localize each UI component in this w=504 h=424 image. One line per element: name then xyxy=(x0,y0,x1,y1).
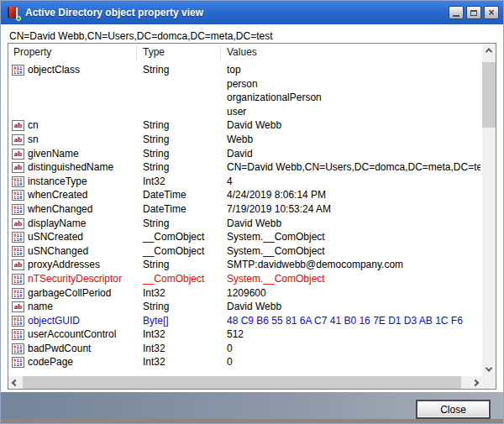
property-name: displayName xyxy=(28,217,86,231)
property-values: 1209600 xyxy=(227,286,480,301)
property-values: System.__ComObject xyxy=(227,244,480,259)
property-name: distinguishedName xyxy=(28,160,113,175)
horizontal-scrollbar-thumb[interactable] xyxy=(23,376,461,389)
string-attribute-icon: ab xyxy=(12,162,24,173)
vertical-scrollbar[interactable] xyxy=(482,44,496,376)
property-values: David Webb xyxy=(227,217,480,231)
chevron-up-icon xyxy=(486,48,492,55)
value-line: Webb xyxy=(227,133,480,147)
value-line: 0 xyxy=(227,355,480,369)
scroll-down-button[interactable] xyxy=(482,363,496,376)
property-name: objectGUID xyxy=(28,314,80,328)
table-row[interactable]: 011110 badPwdCount Int32 0 xyxy=(8,342,482,356)
property-name: cn xyxy=(28,118,39,133)
titlebar[interactable]: Active Directory object property view × xyxy=(1,1,503,24)
value-line: System.__ComObject xyxy=(227,244,480,259)
table-row[interactable]: 011110 uSNCreated __ComObject System.__C… xyxy=(8,230,482,244)
table-row[interactable]: ab distinguishedName String CN=David Web… xyxy=(8,160,482,175)
close-window-button[interactable]: × xyxy=(484,6,499,19)
value-line: 1209600 xyxy=(227,286,480,301)
property-values: 48 C9 B6 55 81 6A C7 41 B0 16 7E D1 D3 A… xyxy=(227,314,480,328)
value-line: David Webb xyxy=(227,118,480,133)
horizontal-scrollbar[interactable] xyxy=(8,376,482,389)
binary-attribute-icon: 011110 xyxy=(12,274,24,285)
binary-attribute-icon: 011110 xyxy=(12,204,24,215)
property-values: 0 xyxy=(227,355,480,369)
binary-attribute-icon: 011110 xyxy=(12,329,24,340)
table-row[interactable]: 011110 whenCreated DateTime 4/24/2019 8:… xyxy=(8,188,482,202)
table-row[interactable]: ab cn String David Webb xyxy=(8,118,482,133)
table-row[interactable]: ab displayName String David Webb xyxy=(8,217,482,231)
value-line: 48 C9 B6 55 81 6A C7 41 B0 16 7E D1 D3 A… xyxy=(227,314,480,328)
binary-attribute-icon: 011110 xyxy=(12,357,24,368)
table-row[interactable]: 011110 codePage Int32 0 xyxy=(8,355,482,369)
binary-attribute-icon: 011110 xyxy=(12,246,24,257)
value-line: David Webb xyxy=(227,217,480,231)
property-name: whenChanged xyxy=(28,202,92,217)
table-row[interactable]: 011110 instanceType Int32 4 xyxy=(8,175,482,189)
property-values: System.__ComObject xyxy=(227,230,480,244)
table-row[interactable]: 011110 objectGUID Byte[] 48 C9 B6 55 81 … xyxy=(8,314,482,328)
table-row[interactable]: 011110 whenChanged DateTime 7/19/2019 10… xyxy=(8,202,482,217)
table-row[interactable]: 011110 nTSecurityDescriptor __ComObject … xyxy=(8,272,482,286)
scroll-up-button[interactable] xyxy=(482,44,496,57)
property-name: badPwdCount xyxy=(28,342,91,356)
binary-attribute-icon: 011110 xyxy=(12,343,24,354)
column-header-property[interactable]: Property xyxy=(13,46,51,58)
binary-attribute-icon: 011110 xyxy=(12,176,24,187)
maximize-button[interactable] xyxy=(466,6,481,19)
table-row[interactable]: 011110 userAccountControl Int32 512 xyxy=(8,327,482,342)
column-divider[interactable] xyxy=(220,45,221,60)
active-directory-property-view-window: Active Directory object property view × … xyxy=(0,0,504,424)
table-row[interactable]: 011110 uSNChanged __ComObject System.__C… xyxy=(8,244,482,259)
column-header-values[interactable]: Values xyxy=(227,46,257,58)
property-values: System.__ComObject xyxy=(227,272,480,286)
column-header-type[interactable]: Type xyxy=(143,46,165,58)
property-type: __ComObject xyxy=(143,272,204,286)
binary-attribute-icon: 011110 xyxy=(12,190,24,201)
object-dn-label: CN=David Webb,CN=Users,DC=domca,DC=meta,… xyxy=(9,30,273,42)
string-attribute-icon: ab xyxy=(12,120,24,131)
window-title: Active Directory object property view xyxy=(25,7,203,18)
chevron-down-icon xyxy=(486,364,492,371)
property-type: String xyxy=(143,217,169,231)
property-type: String xyxy=(143,133,169,147)
property-name: instanceType xyxy=(28,175,87,189)
property-values: David Webb xyxy=(227,300,480,314)
property-type: String xyxy=(143,118,169,133)
list-header: Property Type Values xyxy=(8,44,482,61)
value-line: System.__ComObject xyxy=(227,272,480,286)
property-values: 4 xyxy=(227,175,480,189)
red-directory-book-icon xyxy=(7,7,19,19)
scroll-right-button[interactable] xyxy=(469,376,482,389)
property-type: Int32 xyxy=(143,355,165,369)
value-line: 7/19/2019 10:53:24 AM xyxy=(227,202,480,217)
property-values: SMTP:davidwebb@democompany.com xyxy=(227,258,480,272)
close-button[interactable]: Close xyxy=(416,400,491,419)
column-divider[interactable] xyxy=(136,45,137,60)
table-row[interactable]: 011110 objectClass String toppersonorgan… xyxy=(8,63,482,118)
table-row[interactable]: ab sn String Webb xyxy=(8,133,482,147)
property-name: name xyxy=(28,300,53,314)
table-row[interactable]: ab name String David Webb xyxy=(8,300,482,314)
value-line: 0 xyxy=(227,342,480,356)
binary-attribute-icon: 011110 xyxy=(12,316,24,327)
property-type: String xyxy=(143,258,169,272)
minimize-button[interactable] xyxy=(449,6,464,19)
table-row[interactable]: ab proxyAddresses String SMTP:davidwebb@… xyxy=(8,258,482,272)
maximize-icon xyxy=(470,10,477,16)
string-attribute-icon: ab xyxy=(12,259,24,270)
property-name: proxyAddresses xyxy=(28,258,100,272)
value-line: David Webb xyxy=(227,300,480,314)
vertical-scrollbar-thumb[interactable] xyxy=(482,62,496,128)
value-line: 4 xyxy=(227,175,480,189)
property-name: whenCreated xyxy=(28,188,87,202)
property-values: CN=David Webb,CN=Users,DC=domca,DC=meta,… xyxy=(227,160,480,175)
table-row[interactable]: 011110 garbageCollPeriod Int32 1209600 xyxy=(8,286,482,301)
property-values: 0 xyxy=(227,342,480,356)
property-type: Int32 xyxy=(143,342,165,356)
property-type: Int32 xyxy=(143,286,165,301)
scroll-left-button[interactable] xyxy=(8,376,22,389)
binary-attribute-icon: 011110 xyxy=(12,232,24,243)
table-row[interactable]: ab givenName String David xyxy=(8,147,482,161)
